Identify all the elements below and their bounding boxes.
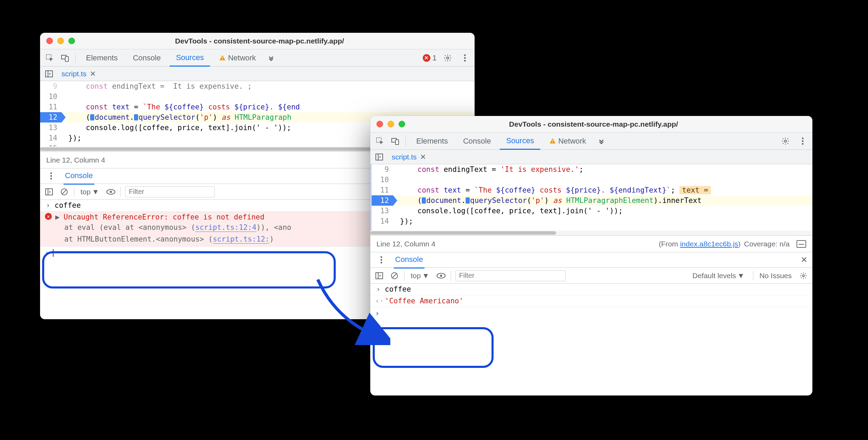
separator bbox=[406, 136, 406, 146]
source-map-link[interactable]: index.a8c1ec6b.js bbox=[680, 240, 738, 248]
cursor-position: Line 12, Column 4 bbox=[376, 240, 435, 248]
file-tab-label: script.ts bbox=[61, 70, 86, 78]
code-line-exec: (document.querySelector('p') as HTMLPara… bbox=[393, 195, 812, 206]
file-tab-script[interactable]: script.ts ✕ bbox=[59, 68, 99, 79]
tab-console[interactable]: Console bbox=[127, 49, 167, 67]
svg-point-8 bbox=[464, 60, 466, 61]
line-number: 13 bbox=[372, 206, 393, 216]
context-selector[interactable]: top ▼ bbox=[409, 272, 431, 280]
file-tabstrip: script.ts ✕ bbox=[370, 150, 812, 164]
main-toolbar: Elements Console Sources Network ✕ 1 bbox=[40, 49, 475, 67]
chevron-down-icon: ▼ bbox=[92, 188, 99, 196]
stack-trace-line: at HTMLButtonElement.<anonymous> (script… bbox=[45, 235, 274, 243]
device-toggle-icon[interactable] bbox=[59, 52, 71, 64]
file-tabstrip: script.ts ✕ bbox=[40, 67, 475, 81]
prompt-caret-icon: › bbox=[45, 249, 49, 257]
file-tab-script[interactable]: script.ts ✕ bbox=[389, 151, 429, 163]
separator bbox=[74, 187, 74, 197]
output-caret-icon: ‹· bbox=[375, 297, 381, 305]
live-expression-icon[interactable] bbox=[105, 186, 116, 197]
tab-console[interactable]: Console bbox=[457, 133, 497, 150]
svg-rect-24 bbox=[552, 142, 553, 143]
prompt-caret-icon: › bbox=[375, 309, 380, 317]
close-file-icon[interactable]: ✕ bbox=[420, 153, 426, 161]
error-count-value: 1 bbox=[432, 53, 437, 62]
tab-sources[interactable]: Sources bbox=[170, 49, 210, 67]
tab-sources[interactable]: Sources bbox=[500, 133, 540, 150]
filter-input[interactable] bbox=[125, 186, 215, 197]
kebab-icon[interactable] bbox=[459, 52, 471, 64]
kebab-icon[interactable] bbox=[797, 135, 809, 147]
chevron-down-icon: ▼ bbox=[737, 272, 745, 280]
svg-point-39 bbox=[440, 275, 442, 277]
inspect-icon[interactable] bbox=[374, 135, 386, 147]
tab-elements[interactable]: Elements bbox=[80, 49, 124, 67]
pretty-print-icon[interactable] bbox=[797, 240, 806, 248]
console-result-row: ‹· 'Coffee Americano' bbox=[370, 295, 812, 307]
input-caret-icon: › bbox=[375, 285, 381, 293]
close-icon[interactable] bbox=[376, 121, 383, 127]
tab-network[interactable]: Network bbox=[213, 49, 262, 67]
code-line: console.log([coffee, price, text].join('… bbox=[393, 206, 812, 216]
titlebar[interactable]: DevTools - consistent-source-map-pc.netl… bbox=[370, 116, 812, 133]
minimize-icon[interactable] bbox=[57, 38, 64, 44]
minimize-icon[interactable] bbox=[388, 121, 394, 127]
trace-link[interactable]: script.ts:12:4 bbox=[195, 223, 256, 232]
tab-network-label: Network bbox=[558, 137, 586, 146]
console-input-row: › coffee bbox=[370, 284, 812, 295]
navigator-toggle-icon[interactable] bbox=[374, 151, 385, 163]
filter-input[interactable] bbox=[455, 270, 566, 281]
close-file-icon[interactable]: ✕ bbox=[90, 70, 96, 78]
drawer-tab-console[interactable]: Console bbox=[64, 168, 94, 185]
kebab-icon[interactable] bbox=[375, 254, 388, 266]
more-tabs-icon[interactable] bbox=[265, 52, 277, 64]
expand-icon[interactable]: ▶ bbox=[55, 213, 60, 221]
tab-network[interactable]: Network bbox=[543, 133, 592, 150]
inline-value: text = bbox=[679, 186, 711, 194]
zoom-icon[interactable] bbox=[68, 38, 75, 44]
svg-point-25 bbox=[784, 140, 786, 142]
gear-icon[interactable] bbox=[779, 135, 792, 147]
sidebar-toggle-icon[interactable] bbox=[374, 270, 385, 281]
clear-console-icon[interactable] bbox=[59, 186, 70, 197]
tab-elements[interactable]: Elements bbox=[410, 133, 454, 150]
context-selector[interactable]: top ▼ bbox=[78, 188, 101, 196]
live-expression-icon[interactable] bbox=[436, 270, 447, 281]
close-icon[interactable] bbox=[46, 38, 53, 44]
line-number-exec: 12 bbox=[372, 195, 393, 206]
console-prompt[interactable]: › bbox=[370, 307, 812, 320]
zoom-icon[interactable] bbox=[399, 121, 405, 127]
input-caret-icon: › bbox=[45, 201, 51, 209]
log-levels-selector[interactable]: Default levels ▼ bbox=[690, 272, 747, 280]
code-line bbox=[393, 175, 812, 185]
more-tabs-icon[interactable] bbox=[595, 135, 608, 147]
gear-icon[interactable] bbox=[441, 52, 454, 64]
context-label: top bbox=[411, 272, 421, 280]
navigator-toggle-icon[interactable] bbox=[44, 68, 55, 79]
trace-link[interactable]: script.ts:12: bbox=[213, 235, 269, 244]
drawer-tab-console[interactable]: Console bbox=[394, 252, 425, 268]
issues-label[interactable]: No Issues bbox=[760, 272, 792, 280]
kebab-icon[interactable] bbox=[45, 170, 57, 182]
drawer-header: Console ✕ bbox=[370, 252, 812, 268]
clear-console-icon[interactable] bbox=[389, 270, 400, 281]
warning-icon bbox=[549, 138, 556, 145]
device-toggle-icon[interactable] bbox=[389, 135, 401, 147]
horizontal-scrollbar[interactable] bbox=[370, 231, 812, 235]
svg-point-33 bbox=[381, 262, 382, 264]
line-number: 10 bbox=[40, 91, 61, 102]
titlebar[interactable]: DevTools - consistent-source-map-pc.netl… bbox=[40, 33, 475, 49]
console-input-text: coffee bbox=[385, 285, 411, 293]
source-editor[interactable]: 9 const endingText = 'It is expensive.';… bbox=[370, 164, 812, 231]
svg-rect-34 bbox=[376, 273, 383, 279]
svg-point-28 bbox=[802, 143, 804, 145]
inspect-icon[interactable] bbox=[44, 52, 56, 64]
close-drawer-icon[interactable]: ✕ bbox=[801, 255, 808, 265]
gear-icon[interactable] bbox=[798, 270, 809, 281]
editor-statusbar: Line 12, Column 4 (From index.a8c1ec6b.j… bbox=[370, 235, 812, 252]
console-toolbar: top ▼ Default levels ▼ No Issues bbox=[370, 268, 812, 284]
svg-point-13 bbox=[50, 178, 52, 180]
error-counter[interactable]: ✕ 1 bbox=[423, 53, 437, 62]
sidebar-toggle-icon[interactable] bbox=[44, 186, 55, 197]
svg-rect-14 bbox=[46, 189, 53, 195]
